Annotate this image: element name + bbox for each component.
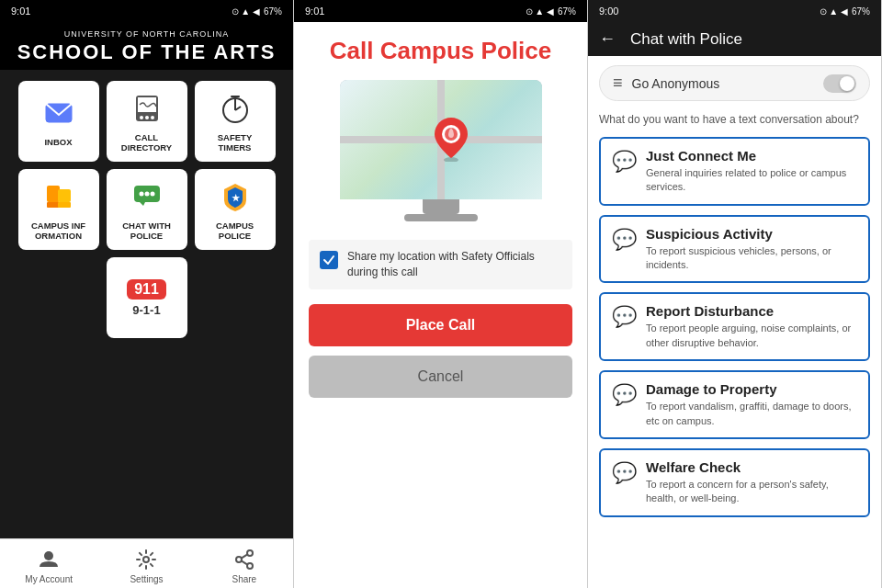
share-icon [232,547,257,572]
chat-option-suspicious[interactable]: 💬 Suspicious Activity To report suspicio… [599,215,870,284]
cancel-button[interactable]: Cancel [309,356,572,398]
inbox-label: INBOX [44,137,72,147]
map-background [340,80,542,199]
status-time-2: 9:01 [305,6,324,17]
svg-point-4 [145,116,149,119]
monitor-graphic [340,80,542,221]
school-subtitle: UNIVERSITY OF NORTH CAROLINA [0,29,293,39]
svg-point-15 [139,191,143,196]
damage-content: Damage to Property To report vandalism, … [646,381,857,428]
svg-marker-18 [140,202,145,206]
place-call-button[interactable]: Place Call [309,304,572,346]
anonymous-label: Go Anonymous [632,76,814,91]
location-checkbox[interactable] [320,251,338,269]
call-directory-label: CALLDIRECTORY [121,132,172,153]
campus-police-button[interactable]: ★ CAMPUSPOLICE [195,169,276,250]
nav-share[interactable]: Share [196,547,293,584]
map-screen [340,80,542,199]
grid-row-3: 911 9-1-1 [11,257,282,338]
monitor-base [404,214,478,221]
safety-timers-label: SAFETYTIMERS [218,132,252,153]
just-connect-desc: General inquiries related to police or c… [646,166,857,195]
suspicious-content: Suspicious Activity To report suspicious… [646,226,857,273]
chat-option-just-connect[interactable]: 💬 Just Connect Me General inquiries rela… [599,137,870,206]
disturbance-desc: To report people arguing, noise complain… [646,322,857,350]
grid-row-2: CAMPUS INFORMATION CHAT WITHPOLICE [11,169,282,250]
chat-bubble-icon-2: 💬 [612,228,637,252]
call-directory-button[interactable]: CALLDIRECTORY [107,81,187,162]
chat-bubble-icon-3: 💬 [612,305,637,329]
disturbance-title: Report Disturbance [646,303,857,319]
go-anonymous-row: ≡ Go Anonymous [599,65,870,101]
welfare-title: Welfare Check [646,459,857,475]
anonymous-toggle[interactable] [823,74,856,93]
svg-rect-11 [58,189,71,202]
status-time-3: 9:00 [599,6,618,17]
school-header: UNIVERSITY OF NORTH CAROLINA SCHOOL OF T… [0,22,293,70]
welfare-desc: To report a concern for a person's safet… [646,478,857,506]
disturbance-content: Report Disturbance To report people argu… [646,303,857,350]
chat-with-police-screen: ≡ Go Anonymous What do you want to have … [588,56,881,588]
status-icons-3: ⊙ ▲ ◀ 67% [820,6,870,17]
svg-point-20 [44,551,53,560]
emergency-label: 9-1-1 [132,303,160,317]
chat-option-welfare[interactable]: 💬 Welfare Check To report a concern for … [599,448,870,517]
status-icons-1: ⊙ ▲ ◀ 67% [232,6,282,17]
gear-icon [133,547,159,572]
just-connect-content: Just Connect Me General inquiries relate… [646,148,857,195]
inbox-button[interactable]: INBOX [18,81,99,162]
svg-rect-10 [47,186,60,202]
conversation-prompt: What do you want to have a text conversa… [599,112,870,128]
chat-with-police-button[interactable]: CHAT WITHPOLICE [107,169,187,250]
badge-911: 911 [127,279,166,300]
status-time-1: 9:01 [11,6,30,17]
nav-settings[interactable]: Settings [97,547,195,584]
phone-1: 9:01 ⊙ ▲ ◀ 67% UNIVERSITY OF NORTH CAROL… [0,0,294,588]
main-grid: INBOX CALLDIRECTORY [0,70,293,538]
chat-police-nav: ← Chat with Police [588,22,881,56]
phone-2: 9:01 ⊙ ▲ ◀ 67% Call Campus Police [294,0,588,588]
campus-info-label: CAMPUS INFORMATION [31,220,85,242]
svg-text:★: ★ [231,193,240,203]
safety-timers-button[interactable]: SAFETYTIMERS [195,81,276,162]
share-label: Share [232,574,256,584]
nav-my-account[interactable]: My Account [0,547,97,584]
chat-police-title: Chat with Police [630,30,742,49]
toggle-knob [840,76,854,91]
school-name: UNIVERSITY OF NORTH CAROLINA SCHOOL OF T… [0,29,293,64]
call-directory-icon [129,90,165,127]
call-campus-police-screen: Call Campus Police [294,22,587,588]
svg-rect-13 [58,202,71,208]
damage-desc: To report vandalism, graffiti, damage to… [646,400,857,428]
chat-bubble-icon-5: 💬 [612,461,637,485]
safety-timers-icon [217,90,254,127]
svg-point-21 [143,557,149,562]
chat-option-disturbance[interactable]: 💬 Report Disturbance To report people ar… [599,292,870,361]
chat-option-damage[interactable]: 💬 Damage to Property To report vandalism… [599,370,870,439]
bottom-nav: My Account Settings Share [0,538,293,588]
suspicious-desc: To report suspicious vehicles, persons, … [646,244,857,273]
svg-point-3 [140,116,143,119]
settings-label: Settings [130,574,163,584]
status-icons-2: ⊙ ▲ ◀ 67% [526,6,576,17]
map-pin [431,116,468,153]
phone-3: 9:00 ⊙ ▲ ◀ 67% ← Chat with Police ≡ Go A… [588,0,882,588]
welfare-content: Welfare Check To report a concern for a … [646,459,857,506]
svg-line-26 [241,560,247,564]
svg-point-5 [151,116,154,119]
just-connect-title: Just Connect Me [646,148,857,164]
status-bar-3: 9:00 ⊙ ▲ ◀ 67% [588,0,881,22]
status-bar-1: 9:01 ⊙ ▲ ◀ 67% [0,0,293,22]
campus-police-icon: ★ [217,178,254,215]
campus-info-button[interactable]: CAMPUS INFORMATION [18,169,99,250]
svg-rect-12 [47,202,60,208]
monitor-stand [423,199,459,214]
suspicious-title: Suspicious Activity [646,226,857,242]
chat-bubble-icon-4: 💬 [612,383,637,407]
emergency-911-button[interactable]: 911 9-1-1 [107,257,187,338]
chat-bubble-icon-1: 💬 [612,150,637,174]
back-arrow-button[interactable]: ← [599,29,616,49]
call-campus-police-title: Call Campus Police [330,37,551,65]
svg-point-16 [144,191,149,196]
svg-point-17 [150,191,154,196]
